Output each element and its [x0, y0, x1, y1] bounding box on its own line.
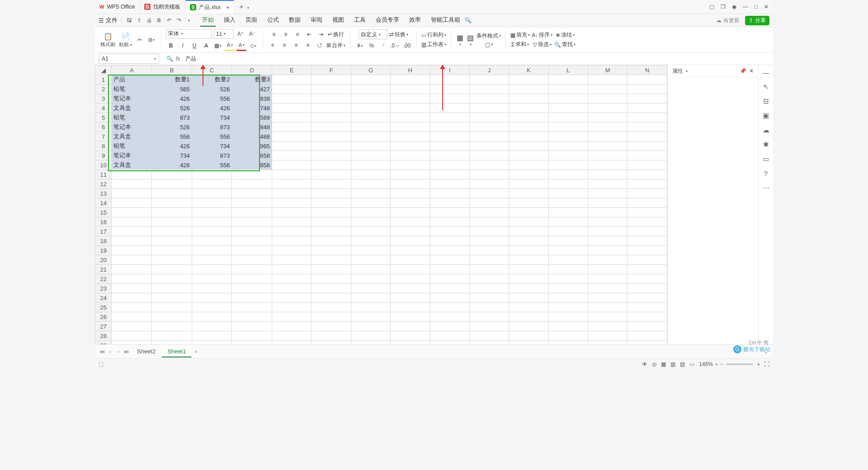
cell-N24[interactable]	[627, 293, 667, 303]
cell-F25[interactable]	[311, 303, 351, 312]
cell-L17[interactable]	[548, 227, 588, 236]
cell-C27[interactable]	[192, 322, 232, 331]
cell-A25[interactable]	[112, 303, 152, 312]
cell-B5[interactable]: 873	[152, 113, 192, 122]
align-bottom-icon[interactable]: ≡	[292, 30, 302, 39]
sort-button[interactable]: A↓ 排序▾	[532, 31, 552, 39]
cell-M2[interactable]	[588, 85, 627, 94]
add-tab-button[interactable]: ＋ ▾	[234, 2, 252, 12]
cell-H9[interactable]	[391, 151, 430, 160]
cell-F9[interactable]	[311, 151, 351, 160]
cell-C11[interactable]	[192, 170, 232, 179]
cell-F29[interactable]	[311, 341, 351, 345]
cell-H17[interactable]	[391, 227, 430, 236]
cell-N7[interactable]	[627, 132, 667, 141]
cell-G18[interactable]	[351, 236, 390, 246]
cube-icon[interactable]: ❐	[721, 4, 726, 10]
cell-F10[interactable]	[311, 160, 351, 170]
cell-D17[interactable]	[232, 227, 272, 236]
cell-B6[interactable]: 526	[152, 122, 192, 132]
cell-B20[interactable]	[152, 255, 192, 265]
cell-G26[interactable]	[351, 312, 390, 322]
cell-I6[interactable]	[430, 122, 469, 132]
cell-I19[interactable]	[430, 246, 469, 255]
col-header-D[interactable]: D	[232, 66, 272, 75]
cell-A28[interactable]	[112, 331, 152, 341]
close-panel-icon[interactable]: ✕	[749, 68, 754, 74]
cell-I8[interactable]	[430, 141, 469, 151]
cell-B22[interactable]	[152, 274, 192, 284]
cell-F21[interactable]	[311, 265, 351, 274]
window-close-icon[interactable]: ✕	[764, 4, 769, 10]
align-right-icon[interactable]: ≡	[291, 41, 301, 50]
add-sheet-icon[interactable]: ＋	[193, 348, 200, 356]
cell-J9[interactable]	[469, 151, 509, 160]
cell-I10[interactable]	[430, 160, 469, 170]
cell-H7[interactable]	[391, 132, 430, 141]
search-icon[interactable]: 🔍	[464, 16, 472, 24]
cell-H20[interactable]	[391, 255, 430, 265]
cell-C10[interactable]: 556	[192, 160, 232, 170]
cell-G13[interactable]	[351, 189, 390, 198]
tab-template[interactable]: D 找稻壳模板	[140, 0, 185, 13]
cell-A26[interactable]	[112, 312, 152, 322]
cell-E7[interactable]	[272, 132, 311, 141]
cell-A18[interactable]	[112, 236, 152, 246]
cell-I24[interactable]	[430, 293, 469, 303]
cell-C23[interactable]	[192, 284, 232, 293]
cell-N18[interactable]	[627, 236, 667, 246]
cell-A27[interactable]	[112, 322, 152, 331]
ribbon-tab-1[interactable]: 插入	[222, 14, 237, 27]
cell-A13[interactable]	[112, 189, 152, 198]
cell-A29[interactable]	[112, 341, 152, 345]
row-header-3[interactable]: 3	[95, 94, 112, 103]
cell-A15[interactable]	[112, 208, 152, 217]
cell-K14[interactable]	[509, 198, 548, 208]
sheet-last-icon[interactable]: ⏭	[123, 348, 130, 355]
cell-A21[interactable]	[112, 265, 152, 274]
row-col-button[interactable]: ▭ 行和列▾	[421, 31, 446, 39]
col-header-E[interactable]: E	[272, 66, 311, 75]
cell-C22[interactable]	[192, 274, 232, 284]
cell-A2[interactable]: 铅笔	[112, 85, 152, 94]
cell-H26[interactable]	[391, 312, 430, 322]
cell-F24[interactable]	[311, 293, 351, 303]
cell-L19[interactable]	[548, 246, 588, 255]
cell-L5[interactable]	[548, 113, 588, 122]
cell-K1[interactable]	[509, 75, 548, 85]
cell-M11[interactable]	[588, 170, 627, 179]
cell-J25[interactable]	[469, 303, 509, 312]
cell-L8[interactable]	[548, 141, 588, 151]
cell-L2[interactable]	[548, 85, 588, 94]
row-header-29[interactable]: 29	[95, 341, 112, 345]
cell-E22[interactable]	[272, 274, 311, 284]
cell-F1[interactable]	[311, 75, 351, 85]
cell-E4[interactable]	[272, 103, 311, 113]
cell-H1[interactable]	[391, 75, 430, 85]
cell-J13[interactable]	[469, 189, 509, 198]
cell-E16[interactable]	[272, 217, 311, 227]
cell-L12[interactable]	[548, 179, 588, 189]
cell-D10[interactable]: 858	[232, 160, 272, 170]
cell-L13[interactable]	[548, 189, 588, 198]
cell-F2[interactable]	[311, 85, 351, 94]
cell-B1[interactable]: 数量1	[152, 75, 192, 85]
cell-K18[interactable]	[509, 236, 548, 246]
cell-K2[interactable]	[509, 85, 548, 94]
cell-C7[interactable]: 556	[192, 132, 232, 141]
cell-G10[interactable]	[351, 160, 390, 170]
cell-E2[interactable]	[272, 85, 311, 94]
cell-A3[interactable]: 笔记本	[112, 94, 152, 103]
row-header-4[interactable]: 4	[95, 103, 112, 113]
cell-M19[interactable]	[588, 246, 627, 255]
cell-E6[interactable]	[272, 122, 311, 132]
export-icon[interactable]: ⇪	[135, 16, 143, 24]
cell-L9[interactable]	[548, 151, 588, 160]
cell-I25[interactable]	[430, 303, 469, 312]
tab-document[interactable]: S 产品.xlsx ●	[185, 0, 234, 14]
row-header-10[interactable]: 10	[95, 160, 112, 170]
cell-M20[interactable]	[588, 255, 627, 265]
cell-F19[interactable]	[311, 246, 351, 255]
sheet-first-icon[interactable]: ⏮	[99, 348, 106, 355]
cell-H22[interactable]	[391, 274, 430, 284]
